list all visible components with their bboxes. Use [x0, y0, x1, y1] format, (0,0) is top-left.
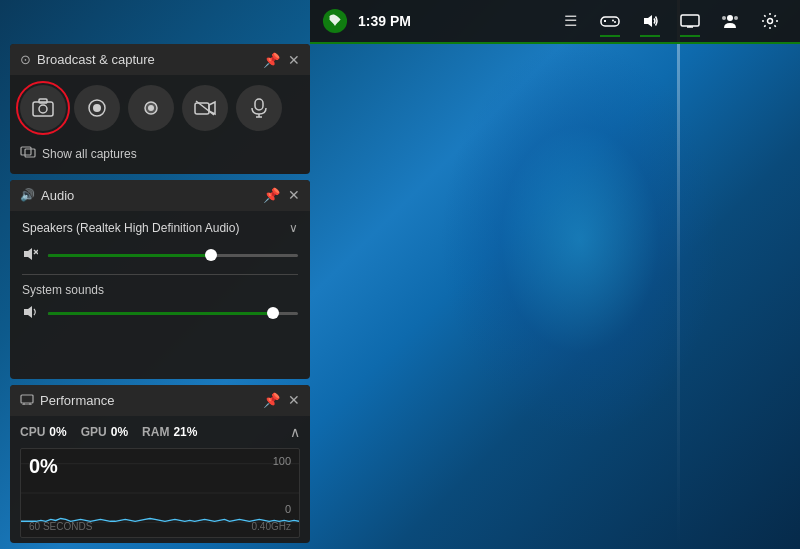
- performance-actions: 📌 ✕: [263, 393, 300, 407]
- performance-header: Performance 📌 ✕: [10, 385, 310, 416]
- broadcast-title: Broadcast & capture: [37, 52, 263, 67]
- svg-point-20: [148, 105, 154, 111]
- speaker-row: Speakers (Realtek High Definition Audio)…: [22, 221, 298, 235]
- system-sounds-volume-row: [22, 305, 298, 322]
- system-sounds-label: System sounds: [22, 283, 298, 297]
- speaker-chevron-icon[interactable]: ∨: [289, 221, 298, 235]
- speaker-label: Speakers (Realtek High Definition Audio): [22, 221, 239, 235]
- svg-marker-32: [24, 306, 32, 318]
- performance-body: CPU 0% GPU 0% RAM 21% ∧: [10, 416, 310, 543]
- screen-icon-btn[interactable]: [672, 3, 708, 39]
- xbox-logo[interactable]: [322, 3, 358, 39]
- xbox-game-bar: 1:39 PM ☰: [310, 0, 800, 44]
- top-bar-icons: ☰: [423, 3, 788, 39]
- ram-stat: RAM 21%: [142, 425, 197, 439]
- gpu-value: 0%: [111, 425, 128, 439]
- side-panel: ⊙ Broadcast & capture 📌 ✕: [10, 0, 310, 549]
- record-button[interactable]: [74, 85, 120, 131]
- cpu-label: CPU: [20, 425, 45, 439]
- people-icon-btn[interactable]: [712, 3, 748, 39]
- show-captures-label: Show all captures: [42, 147, 137, 161]
- controller-icon-btn[interactable]: [592, 3, 628, 39]
- performance-title: Performance: [40, 393, 263, 408]
- gpu-label: GPU: [81, 425, 107, 439]
- broadcast-button[interactable]: [128, 85, 174, 131]
- svg-point-18: [93, 104, 101, 112]
- broadcast-pin-btn[interactable]: 📌: [263, 53, 280, 67]
- capture-buttons-row: [20, 85, 300, 131]
- screenshot-button[interactable]: [20, 85, 66, 131]
- cpu-stat: CPU 0%: [20, 425, 67, 439]
- gpu-stat: GPU 0%: [81, 425, 128, 439]
- svg-point-10: [727, 15, 733, 21]
- audio-divider: [22, 274, 298, 275]
- audio-icon: 🔊: [20, 188, 35, 202]
- performance-pin-btn[interactable]: 📌: [263, 393, 280, 407]
- svg-rect-21: [195, 103, 209, 114]
- svg-rect-28: [25, 149, 35, 157]
- broadcast-body: Show all captures: [10, 75, 310, 174]
- svg-point-5: [614, 21, 616, 23]
- chart-time-label: 60 SECONDS: [29, 521, 92, 532]
- audio-widget: 🔊 Audio 📌 ✕ Speakers (Realtek High Defin…: [10, 180, 310, 379]
- captures-icon: [20, 145, 36, 162]
- svg-rect-7: [681, 15, 699, 26]
- broadcast-icon: ⊙: [20, 52, 31, 67]
- svg-point-13: [768, 19, 773, 24]
- chart-freq-label: 0.40GHz: [252, 521, 291, 532]
- system-sounds-slider[interactable]: [48, 312, 298, 315]
- svg-rect-24: [255, 99, 263, 110]
- volume-icon-btn[interactable]: [632, 3, 668, 39]
- speaker-volume-row: [22, 247, 298, 264]
- cpu-value: 0%: [49, 425, 66, 439]
- show-all-captures-link[interactable]: Show all captures: [20, 141, 300, 166]
- svg-point-15: [39, 105, 47, 113]
- audio-close-btn[interactable]: ✕: [288, 188, 300, 202]
- svg-rect-14: [33, 102, 53, 116]
- performance-stats-row: CPU 0% GPU 0% RAM 21% ∧: [20, 424, 300, 440]
- chart-min: 0: [285, 503, 291, 515]
- performance-chevron-icon[interactable]: ∧: [290, 424, 300, 440]
- svg-rect-16: [39, 99, 47, 103]
- performance-icon: [20, 393, 34, 408]
- svg-point-4: [612, 20, 614, 22]
- audio-body: Speakers (Realtek High Definition Audio)…: [10, 211, 310, 379]
- performance-close-btn[interactable]: ✕: [288, 393, 300, 407]
- performance-widget: Performance 📌 ✕ CPU 0% GPU 0% RAM 21%: [10, 385, 310, 543]
- chart-max: 100: [273, 455, 291, 467]
- desktop-beam-effect: [677, 0, 680, 549]
- ram-label: RAM: [142, 425, 169, 439]
- svg-rect-1: [601, 17, 619, 26]
- menu-icon-btn[interactable]: ☰: [552, 3, 588, 39]
- chart-percent: 0%: [29, 455, 58, 478]
- svg-marker-6: [644, 15, 652, 27]
- broadcast-header: ⊙ Broadcast & capture 📌 ✕: [10, 44, 310, 75]
- svg-point-12: [734, 16, 738, 20]
- camera-off-button[interactable]: [182, 85, 228, 131]
- system-sound-icon: [22, 305, 40, 322]
- broadcast-capture-widget: ⊙ Broadcast & capture 📌 ✕: [10, 44, 310, 174]
- audio-pin-btn[interactable]: 📌: [263, 188, 280, 202]
- broadcast-actions: 📌 ✕: [263, 53, 300, 67]
- broadcast-close-btn[interactable]: ✕: [288, 53, 300, 67]
- performance-chart: 0% 100 0 60 SECONDS 0.40GHz: [20, 448, 300, 538]
- mute-icon: [22, 247, 40, 264]
- time-display: 1:39 PM: [358, 13, 411, 29]
- speaker-slider[interactable]: [48, 254, 298, 257]
- audio-header: 🔊 Audio 📌 ✕: [10, 180, 310, 211]
- svg-rect-27: [21, 147, 31, 155]
- settings-icon-btn[interactable]: [752, 3, 788, 39]
- svg-marker-29: [24, 248, 32, 260]
- audio-title: Audio: [41, 188, 263, 203]
- svg-point-11: [722, 16, 726, 20]
- mic-button[interactable]: [236, 85, 282, 131]
- svg-rect-33: [21, 395, 33, 403]
- audio-actions: 📌 ✕: [263, 188, 300, 202]
- ram-value: 21%: [173, 425, 197, 439]
